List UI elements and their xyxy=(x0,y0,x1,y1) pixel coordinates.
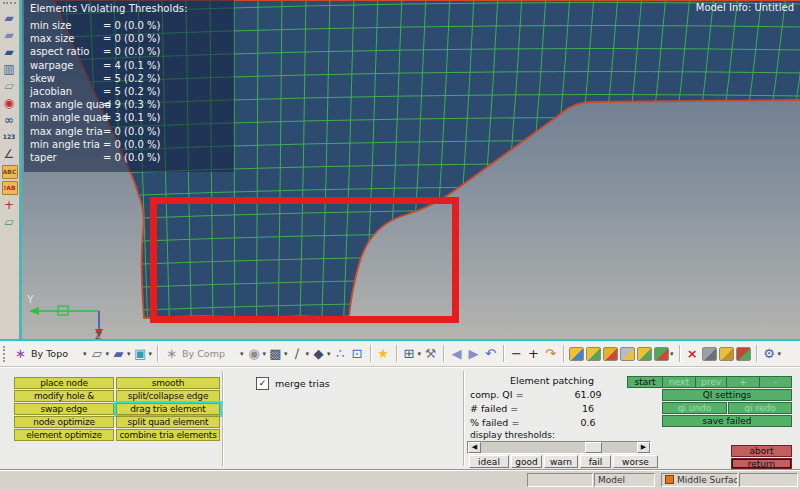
shaded-plane-icon[interactable]: ▰ xyxy=(0,10,18,27)
open-model-icon[interactable] xyxy=(569,347,584,361)
assembly-tree-icon[interactable] xyxy=(736,347,751,361)
stacked-planes-icon[interactable]: ▥ xyxy=(0,61,18,78)
slider-right-arrow[interactable]: ▶ xyxy=(637,442,650,453)
qi-redo-button[interactable]: qi redo xyxy=(728,402,792,414)
threshold-row: aspect ratio= 0 (0.0 %) xyxy=(30,45,234,58)
shaded-mode-icon[interactable]: ▰▾ xyxy=(111,343,131,365)
toolbar-separator xyxy=(396,345,397,362)
outline-plane-icon[interactable]: ▱ xyxy=(0,78,18,95)
smooth-button[interactable]: smooth xyxy=(116,377,220,389)
wireframe-mode-icon[interactable]: ▱▾ xyxy=(90,343,110,365)
solid-cube-icon[interactable]: ▣▾ xyxy=(133,343,153,365)
element-handles-icon[interactable]: ▰ xyxy=(0,27,18,44)
axes-tree-icon[interactable]: ▾ xyxy=(654,347,674,361)
node-optimize-button[interactable]: node optimize xyxy=(14,416,114,428)
next-button[interactable]: next xyxy=(662,376,696,388)
dropdown-arrow-icon[interactable]: ▾ xyxy=(306,350,310,358)
xy-plot-icon[interactable]: ∠ xyxy=(0,146,18,163)
dropdown-arrow-icon[interactable]: ▾ xyxy=(127,350,131,358)
mesh-plane-icon[interactable]: ▰ xyxy=(0,44,18,61)
numbers-display-icon[interactable]: 123 xyxy=(0,129,18,146)
graphics-area[interactable]: YZ Elements Violating Thresholds: min si… xyxy=(20,0,800,339)
qi-settings-button[interactable]: QI settings xyxy=(662,389,792,401)
redo-view-icon[interactable]: ↷ xyxy=(543,343,558,365)
delete-icon[interactable]: × xyxy=(685,343,700,365)
wire-sphere-icon[interactable]: ◉▾ xyxy=(246,343,266,365)
scatter-points-icon[interactable]: ∴ xyxy=(333,343,348,365)
favorites-star-icon[interactable]: ★ xyxy=(376,343,391,365)
window-layout-icon[interactable]: ⊞▾ xyxy=(402,343,422,365)
split-quad-element-button[interactable]: split quad element xyxy=(116,416,220,428)
binoculars-icon[interactable]: ∞ xyxy=(0,112,18,129)
dropdown-arrow-icon[interactable]: ▾ xyxy=(327,350,331,358)
zoom-in-icon[interactable]: + xyxy=(526,343,541,365)
swap-edge-button[interactable]: swap edge xyxy=(14,403,114,415)
threshold-metric-value: = 0 (0.0 %) xyxy=(103,20,161,31)
zoom-out-icon[interactable]: − xyxy=(509,343,524,365)
return-button[interactable]: return xyxy=(731,458,792,469)
move-plane-icon[interactable]: + xyxy=(0,197,18,214)
slider-thumb[interactable] xyxy=(585,442,602,453)
dropdown-arrow-icon[interactable]: ▾ xyxy=(106,350,110,358)
undo-view-icon[interactable]: ↶ xyxy=(483,343,498,365)
left-toolbar: ▰▰▰▥▱◉∞123∠ABC!AB+▱ xyxy=(0,0,20,341)
threshold-metric-value: = 0 (0.0 %) xyxy=(103,126,161,137)
qi-undo-button[interactable]: qi undo xyxy=(662,402,727,414)
ideal-threshold-button[interactable]: ideal xyxy=(469,455,509,468)
dropdown-arrow-icon[interactable]: ▾ xyxy=(83,350,87,358)
save-session-icon[interactable] xyxy=(637,347,652,361)
threshold-metric-label: max angle quad xyxy=(30,98,103,111)
label-abc-icon[interactable]: ABC xyxy=(2,165,18,179)
plus-button[interactable]: + xyxy=(726,376,760,388)
minus-button[interactable]: - xyxy=(759,376,792,388)
solid-cube-icon-glyph: ▣ xyxy=(133,343,148,365)
modify-hole-washers-button[interactable]: modify hole & washers xyxy=(14,390,114,402)
monitor-icon[interactable]: ⊡ xyxy=(350,343,365,365)
import-deck-icon[interactable] xyxy=(603,347,618,361)
line-style-icon[interactable]: ∕▾ xyxy=(290,343,310,365)
start-button[interactable]: start xyxy=(627,376,663,388)
redo-view-icon-glyph: ↷ xyxy=(543,343,558,365)
combine-tria-elements-button[interactable]: combine tria elements xyxy=(116,429,220,441)
threshold-slider[interactable]: ◀ ▶ xyxy=(467,441,651,454)
wrench-icon[interactable]: ⚒ xyxy=(423,343,438,365)
organize-icon[interactable] xyxy=(702,347,717,361)
dark-cube-icon[interactable]: ▩▾ xyxy=(268,343,288,365)
toolbar-drag-handle[interactable] xyxy=(3,2,16,9)
dropdown-arrow-icon[interactable]: ▾ xyxy=(262,350,266,358)
dropdown-arrow-icon[interactable]: ▾ xyxy=(149,350,153,358)
slider-left-arrow[interactable]: ◀ xyxy=(468,442,481,453)
place-node-button[interactable]: place node xyxy=(14,377,114,389)
dropdown-arrow-icon[interactable]: ▾ xyxy=(240,350,244,358)
annotation-abc-icon[interactable]: !AB xyxy=(2,181,18,195)
view-back-arrow-icon[interactable]: ◀ xyxy=(449,343,464,365)
element-optimize-button[interactable]: element optimize xyxy=(14,429,114,441)
save-session-icon-glyph xyxy=(637,347,652,361)
settings-gear-icon-glyph: ⚙ xyxy=(762,343,777,365)
worse-threshold-button[interactable]: worse xyxy=(613,455,658,468)
section-cut-icon[interactable]: ◉ xyxy=(0,95,18,112)
drag-tria-element-button[interactable]: drag tria element xyxy=(116,403,220,415)
display-by-comp-combo[interactable]: ∗By Comp▾ xyxy=(164,343,243,365)
dropdown-arrow-icon[interactable]: ▾ xyxy=(778,350,782,358)
element-diamond-icon[interactable]: ◆▾ xyxy=(311,343,331,365)
toolbar-drag-handle[interactable] xyxy=(3,346,8,362)
good-threshold-button[interactable]: good xyxy=(511,455,542,468)
split-collapse-edge-button[interactable]: split/collapse edge xyxy=(116,390,220,402)
fail-threshold-button[interactable]: fail xyxy=(580,455,611,468)
folder-icon[interactable] xyxy=(719,347,734,361)
dropdown-arrow-icon[interactable]: ▾ xyxy=(418,350,422,358)
warn-threshold-button[interactable]: warn xyxy=(544,455,578,468)
view-forward-arrow-icon[interactable]: ▶ xyxy=(466,343,481,365)
settings-gear-icon[interactable]: ⚙▾ xyxy=(762,343,782,365)
merge-trias-checkbox[interactable]: ✓ xyxy=(256,377,269,390)
save-failed-button[interactable]: save failed xyxy=(662,415,792,427)
dropdown-arrow-icon[interactable]: ▾ xyxy=(670,350,674,358)
open-results-icon[interactable] xyxy=(586,347,601,361)
abort-button[interactable]: abort xyxy=(731,445,792,457)
trim-plane-icon[interactable]: ▱ xyxy=(0,214,18,231)
prev-button[interactable]: prev xyxy=(695,376,727,388)
dropdown-arrow-icon[interactable]: ▾ xyxy=(284,350,288,358)
export-deck-icon[interactable] xyxy=(620,347,635,361)
display-by-topo-combo[interactable]: ∗By Topo▾ xyxy=(13,343,87,365)
